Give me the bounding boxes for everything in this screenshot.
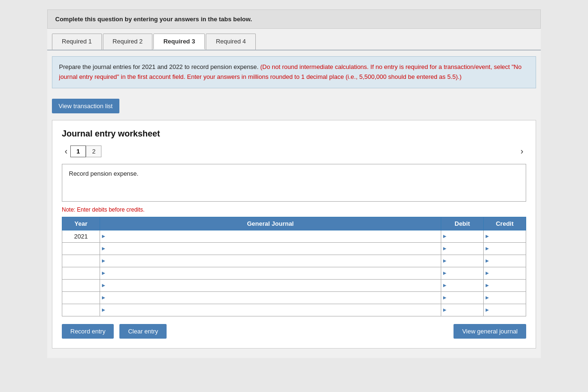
debit-input-2[interactable]: [447, 255, 483, 267]
credit-cell-4: [484, 279, 526, 291]
journal-cell-4: [100, 279, 441, 291]
journal-cell-6: [100, 304, 441, 316]
journal-input-5[interactable]: [106, 292, 441, 304]
table-row: [62, 242, 526, 255]
page-2-button[interactable]: 2: [86, 145, 101, 157]
page-1-button[interactable]: 1: [70, 145, 86, 157]
journal-cell-2: [100, 255, 441, 267]
description-text: Record pension expense.: [69, 170, 138, 177]
tabs-container: Required 1 Required 2 Required 3 Require…: [47, 29, 541, 51]
tab-required4[interactable]: Required 4: [206, 34, 256, 50]
instruction-text: Complete this question by entering your …: [55, 16, 252, 23]
note-text: Note: Enter debits before credits.: [62, 206, 526, 213]
credit-cell-2: [484, 255, 526, 267]
journal-cell-3: [100, 267, 441, 279]
debit-input-3[interactable]: [447, 267, 483, 279]
credit-cell-1: [484, 242, 526, 255]
table-row: [62, 279, 526, 291]
credit-input-0[interactable]: [490, 230, 526, 242]
year-cell-3: [62, 267, 100, 279]
credit-input-3[interactable]: [490, 267, 526, 279]
view-transaction-button[interactable]: View transaction list: [52, 99, 119, 113]
table-row: [62, 267, 526, 279]
question-box: Prepare the journal entries for 2021 and…: [52, 56, 536, 88]
credit-cell-3: [484, 267, 526, 279]
pagination-row: ‹ 1 2 ›: [62, 145, 526, 157]
table-row: [62, 291, 526, 304]
clear-entry-button[interactable]: Clear entry: [119, 324, 167, 339]
debit-cell-4: [441, 279, 484, 291]
debit-cell-3: [441, 267, 484, 279]
credit-cell-0: [484, 230, 526, 242]
journal-cell-5: [100, 291, 441, 304]
year-cell-4: [62, 279, 100, 291]
journal-input-2[interactable]: [106, 255, 441, 267]
main-container: Complete this question by entering your …: [47, 9, 541, 358]
bottom-buttons: Record entry Clear entry View general jo…: [62, 324, 526, 339]
table-row: [62, 255, 526, 267]
debit-input-6[interactable]: [447, 304, 483, 316]
credit-input-1[interactable]: [490, 243, 526, 255]
debit-cell-6: [441, 304, 484, 316]
col-header-credit: Credit: [484, 217, 526, 230]
debit-input-0[interactable]: [447, 230, 483, 242]
credit-cell-6: [484, 304, 526, 316]
table-row: 2021: [62, 230, 526, 242]
year-cell-5: [62, 291, 100, 304]
debit-cell-0: [441, 230, 484, 242]
col-header-debit: Debit: [441, 217, 484, 230]
year-cell-1: [62, 242, 100, 255]
table-row: [62, 304, 526, 316]
credit-cell-5: [484, 291, 526, 304]
next-page-arrow[interactable]: ›: [518, 145, 526, 157]
journal-input-6[interactable]: [106, 304, 441, 316]
debit-cell-1: [441, 242, 484, 255]
year-cell-2: [62, 255, 100, 267]
debit-input-5[interactable]: [447, 292, 483, 304]
journal-table: Year General Journal Debit Credit 2021: [62, 217, 526, 316]
description-box: Record pension expense.: [62, 164, 526, 202]
question-main-text: Prepare the journal entries for 2021 and…: [59, 63, 259, 70]
instruction-bar: Complete this question by entering your …: [47, 9, 541, 29]
credit-input-4[interactable]: [490, 280, 526, 291]
worksheet-container: Journal entry worksheet ‹ 1 2 › Record p…: [52, 120, 536, 349]
worksheet-title: Journal entry worksheet: [62, 129, 526, 139]
tab-required2[interactable]: Required 2: [103, 34, 153, 50]
view-general-journal-button[interactable]: View general journal: [454, 324, 526, 339]
debit-input-4[interactable]: [447, 280, 483, 291]
credit-input-5[interactable]: [490, 292, 526, 304]
journal-input-0[interactable]: [106, 230, 441, 242]
credit-input-2[interactable]: [490, 255, 526, 267]
debit-cell-2: [441, 255, 484, 267]
tab-required3[interactable]: Required 3: [153, 34, 205, 50]
record-entry-button[interactable]: Record entry: [62, 324, 114, 339]
journal-input-1[interactable]: [106, 243, 441, 255]
col-header-journal: General Journal: [100, 217, 441, 230]
tab-required1[interactable]: Required 1: [52, 34, 102, 50]
journal-input-3[interactable]: [106, 267, 441, 279]
year-cell-6: [62, 304, 100, 316]
col-header-year: Year: [62, 217, 100, 230]
debit-cell-5: [441, 291, 484, 304]
journal-cell-0: [100, 230, 441, 242]
debit-input-1[interactable]: [447, 243, 483, 255]
prev-page-arrow[interactable]: ‹: [62, 145, 70, 157]
journal-input-4[interactable]: [106, 280, 441, 291]
credit-input-6[interactable]: [490, 304, 526, 316]
journal-cell-1: [100, 242, 441, 255]
year-cell-0: 2021: [62, 230, 100, 242]
